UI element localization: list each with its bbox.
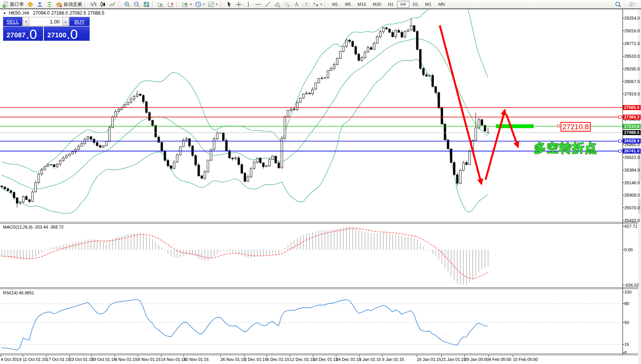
timeframe-group: M1M5M15M30H1H4D1W1MN — [329, 1, 448, 8]
scrollbar-thumb[interactable] — [638, 149, 641, 181]
trend-arrow[interactable] — [486, 110, 505, 180]
line-end-marker[interactable] — [619, 116, 621, 119]
toolbar-group-chart-types — [88, 0, 117, 8]
volume-input[interactable]: 1.00 — [30, 17, 62, 26]
zoom-in-button[interactable] — [122, 0, 132, 8]
timeframe-m30[interactable]: M30 — [369, 1, 384, 8]
time-tick-label: 20 Nov 01:15 — [184, 357, 209, 362]
chevron-down-icon[interactable]: ▾ — [190, 2, 192, 6]
signals-button[interactable] — [45, 0, 54, 8]
sell-button[interactable]: SELL — [3, 17, 22, 26]
arrows-button[interactable]: ▾ — [311, 0, 324, 8]
text-icon: A — [293, 1, 300, 8]
sell-price-fraction: .0 — [26, 29, 37, 40]
periods-button[interactable]: ▾ — [194, 0, 207, 8]
price-tick: 29016.0 — [624, 28, 640, 33]
callout-anchor-square[interactable] — [557, 125, 560, 127]
trend-arrow[interactable] — [506, 114, 518, 147]
quote-line: ▲HK50-,H427094.027188.027062.527088.5 — [3, 10, 106, 16]
autotrading-button[interactable]: 自动交易 — [54, 0, 83, 8]
trendline-button[interactable] — [263, 0, 272, 8]
line-end-marker[interactable] — [619, 150, 621, 152]
volume-decrease-button[interactable]: ▼ — [23, 17, 29, 26]
timeframe-m1[interactable]: M1 — [329, 1, 341, 8]
time-tick-label: 26 Nov 01:15 — [220, 357, 245, 362]
volume-increase-button[interactable]: ▲ — [62, 17, 69, 26]
tline-icon — [264, 1, 271, 8]
time-tick-label: 24 Dec 01:15 — [336, 357, 361, 362]
price-tick: 28057.0 — [624, 79, 640, 84]
candlestick-chart-button[interactable] — [98, 0, 108, 8]
svg-text:F: F — [287, 5, 289, 8]
price-tick: 28771.0 — [624, 41, 640, 46]
timeframe-m5[interactable]: M5 — [341, 1, 354, 8]
cursor-icon — [226, 1, 232, 8]
timeframe-m15[interactable]: M15 — [354, 1, 369, 8]
timeframe-mn[interactable]: MN — [435, 1, 448, 8]
buy-price[interactable]: 27100 .0 — [44, 27, 90, 41]
new-order-button[interactable]: 新订单 — [1, 0, 25, 8]
chat-button[interactable] — [628, 0, 637, 8]
indicators-button[interactable]: ▾ — [180, 0, 194, 8]
time-tick-label: 4 Oct 2019 — [1, 357, 22, 362]
vline-icon — [245, 1, 252, 8]
level-badge-27384.3: 27384.3 — [623, 115, 641, 120]
label-icon: T — [303, 1, 309, 8]
line-end-marker[interactable] — [619, 140, 621, 142]
chart-window-top-border — [0, 8, 641, 9]
fibonacci-button[interactable]: F — [282, 0, 292, 8]
collapse-icon[interactable]: ▲ — [3, 11, 6, 15]
time-tick-label: 6 Dec 01:15 — [267, 357, 289, 362]
search-button[interactable] — [613, 0, 623, 8]
rsi-tick: 0 — [624, 350, 627, 355]
time-tick-label: 8 Nov 01:15 — [138, 357, 160, 362]
cursor-button[interactable] — [224, 0, 234, 8]
chevron-down-icon[interactable]: ▾ — [203, 2, 205, 6]
signal-icon — [46, 1, 53, 8]
new-order-icon — [2, 1, 9, 8]
periods-icon — [195, 1, 202, 8]
main-toolbar: 新订单自动交易▾▾▾EFAT▾M1M5M15M30H1H4D1W1MN — [0, 0, 641, 8]
trend-arrow[interactable] — [440, 25, 481, 184]
chevron-down-icon[interactable]: ▾ — [216, 2, 218, 6]
tile-windows-button[interactable] — [142, 0, 151, 8]
turning-point-note[interactable]: 多空转折点 — [534, 140, 598, 156]
sell-price[interactable]: 27087 .0 — [3, 27, 43, 41]
price-tick: 29254.0 — [624, 16, 640, 20]
time-tick-label: 10 Feb 05:00 — [513, 357, 538, 362]
price-callout-box[interactable]: 27210.8 — [561, 122, 591, 132]
time-axis: 4 Oct 201911 Oct 01:1517 Oct 01:1523 Oct… — [0, 357, 641, 364]
price-tick: 28295.0 — [624, 67, 640, 71]
buy-button[interactable]: BUY — [69, 17, 90, 26]
timeframe-h1[interactable]: H1 — [385, 1, 397, 8]
timeframe-d1[interactable]: D1 — [409, 1, 422, 8]
vertical-line-button[interactable] — [244, 0, 253, 8]
svg-text:A: A — [294, 2, 298, 7]
rsi-pane — [2, 299, 488, 350]
chart-shift-button[interactable] — [166, 0, 175, 8]
horizontal-line-button[interactable] — [253, 0, 263, 8]
metaeditor-button[interactable] — [25, 0, 35, 8]
line-chart-button[interactable] — [108, 0, 117, 8]
bar-chart-button[interactable] — [88, 0, 98, 8]
timeframe-h4[interactable]: H4 — [397, 1, 409, 8]
time-tick-label: 2 Dec 01:15 — [244, 357, 267, 362]
crosshair-button[interactable] — [234, 0, 244, 8]
timeframe-w1[interactable]: W1 — [422, 1, 435, 8]
templates-button[interactable]: ▾ — [206, 0, 219, 8]
text-button[interactable]: A — [292, 0, 301, 8]
rsi-tick: 100 — [624, 290, 631, 294]
linechart-icon — [109, 1, 116, 8]
candles-icon — [100, 1, 106, 8]
rsi-tick: 50 — [624, 320, 629, 325]
chevron-down-icon[interactable]: ▾ — [320, 2, 322, 6]
text-label-button[interactable]: T — [301, 0, 311, 8]
price-tick: 25908.0 — [624, 193, 640, 197]
market-icon — [37, 1, 43, 8]
auto-scroll-button[interactable] — [156, 0, 166, 8]
sell-price-main: 27087 — [7, 32, 26, 38]
equidistant-channel-button[interactable]: E — [272, 0, 282, 8]
market-watch-button[interactable] — [35, 0, 45, 8]
zoom-out-button[interactable] — [132, 0, 142, 8]
chart-area[interactable] — [0, 0, 641, 364]
